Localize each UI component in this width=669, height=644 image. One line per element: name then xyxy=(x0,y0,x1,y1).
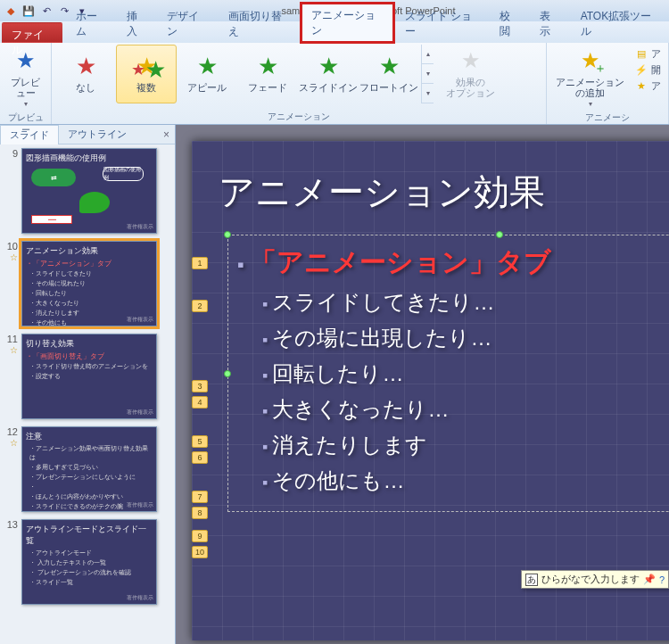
gallery-down-icon[interactable]: ▾ xyxy=(422,64,434,84)
trigger-button[interactable]: ⚡開 xyxy=(633,62,663,78)
effect-options-star-icon: ★ xyxy=(457,46,485,75)
workspace: スライド アウトライン × 9図形描画機能の使用例⇄図形描画の使用例━━━著作権… xyxy=(0,125,669,644)
star-icon: ★★★ xyxy=(136,54,157,78)
ribbon: ★ プレビュー ▾ プレビュー ★なし★★★複数★アピール★フェード★スライドイ… xyxy=(0,43,669,125)
group-advanced-anim: ★＋ アニメーション の追加 ▾ ▤ア ⚡開 ★ア アニメーシ xyxy=(547,43,669,124)
anim-painter-button[interactable]: ★ア xyxy=(633,78,663,94)
undo-icon[interactable]: ↶ xyxy=(39,4,54,18)
anim-tag[interactable]: 3 xyxy=(192,380,208,392)
tab-view[interactable]: 表示 xyxy=(530,4,570,43)
gallery-item-1[interactable]: ★★★複数 xyxy=(116,45,177,103)
tab-slideshow[interactable]: スライド ショー xyxy=(395,4,490,43)
ime-mode-badge: あ xyxy=(525,574,538,586)
tab-home[interactable]: ホーム xyxy=(66,4,117,43)
ime-pin-icon[interactable]: 📌 xyxy=(643,574,656,585)
gallery-item-3[interactable]: ★フェード xyxy=(237,45,298,103)
tab-atok[interactable]: ATOK拡張ツール xyxy=(571,4,669,43)
anim-pane-button[interactable]: ▤ア xyxy=(633,46,663,62)
tab-transitions[interactable]: 画面切り替え xyxy=(219,4,300,43)
save-icon[interactable]: 💾 xyxy=(21,4,36,18)
slide-thumbnail[interactable]: 図形描画機能の使用例⇄図形描画の使用例━━━著作権表示 xyxy=(21,148,157,234)
trigger-icon: ⚡ xyxy=(635,64,648,77)
bullet-l2[interactable]: 消えたりします xyxy=(262,431,669,459)
panel-close-icon[interactable]: × xyxy=(158,128,175,141)
add-anim-star-icon: ★＋ xyxy=(576,46,605,75)
star-icon: ★ xyxy=(318,54,339,78)
slide-thumbnail[interactable]: アウトラインモードとスライド一覧・アウトラインモード・ 入力したテキストの一覧・… xyxy=(21,519,157,605)
tab-design[interactable]: デザイン xyxy=(157,4,218,43)
thumb-row[interactable]: 10☆アニメーション効果・「アニメーション」タブ・スライドしてきたり・その場に現… xyxy=(2,241,173,326)
star-icon: ★ xyxy=(76,54,96,78)
bullet-l1[interactable]: 「アニメーション」タブ xyxy=(237,244,669,281)
gallery-scroll: ▴ ▾ ▾ xyxy=(421,45,434,103)
slide-thumbnail[interactable]: 注意・アニメーション効果や画面切り替え効果は・多用しすぎて見づらい・プレゼンテー… xyxy=(21,426,157,512)
thumb-row[interactable]: 13アウトラインモードとスライド一覧・アウトラインモード・ 入力したテキストの一… xyxy=(2,519,173,605)
slide-canvas[interactable]: アニメーション効果 1 2 3 4 5 6 7 8 9 10 「アニメーション」… xyxy=(192,141,669,640)
slide-thumbnail[interactable]: アニメーション効果・「アニメーション」タブ・スライドしてきたり・その場に現れたり… xyxy=(21,241,157,326)
dropdown-caret-icon: ▾ xyxy=(24,100,28,108)
anim-tag[interactable]: 6 xyxy=(192,451,208,464)
content-placeholder[interactable]: 「アニメーション」タブ スライドしてきたり… その場に出現したり… 回転したり…… xyxy=(227,235,669,512)
tab-animations[interactable]: アニメーション xyxy=(300,2,395,44)
star-icon: ★ xyxy=(258,54,278,78)
tab-review[interactable]: 校閲 xyxy=(490,4,530,43)
pane-icon: ▤ xyxy=(635,48,648,61)
thumb-row[interactable]: 12☆注意・アニメーション効果や画面切り替え効果は・多用しすぎて見づらい・プレゼ… xyxy=(2,426,173,512)
star-icon: ★ xyxy=(197,54,218,78)
gallery-more-icon[interactable]: ▾ xyxy=(422,84,434,103)
gallery-item-0[interactable]: ★なし xyxy=(55,45,116,103)
star-icon: ★ xyxy=(379,54,400,78)
anim-tag[interactable]: 5 xyxy=(192,435,208,448)
ime-text: ひらがなで入力します xyxy=(541,573,640,586)
tab-file[interactable]: ファイル xyxy=(2,22,62,43)
add-animation-button[interactable]: ★＋ アニメーション の追加 ▾ xyxy=(550,45,630,110)
bullet-l2[interactable]: その他にも… xyxy=(262,466,669,495)
app-icon[interactable]: ◆ xyxy=(4,4,18,18)
anim-tag[interactable]: 4 xyxy=(192,396,208,409)
group-preview: ★ プレビュー ▾ プレビュー xyxy=(0,43,52,124)
ribbon-tabs: ファイル ホーム 挿入 デザイン 画面切り替え アニメーション スライド ショー… xyxy=(0,21,669,43)
resize-handle[interactable] xyxy=(224,231,231,238)
painter-icon: ★ xyxy=(635,80,648,93)
anim-tag[interactable]: 9 xyxy=(192,530,208,542)
dropdown-caret-icon: ▾ xyxy=(589,100,592,108)
gallery-item-2[interactable]: ★アピール xyxy=(177,45,237,103)
gallery-up-icon[interactable]: ▴ xyxy=(422,45,434,64)
ime-help-icon[interactable]: ? xyxy=(659,574,665,585)
anim-tag[interactable]: 10 xyxy=(192,546,208,558)
thumb-row[interactable]: 11☆切り替え効果・「画面切り替え」タブ・スライド切り替え時のアニメーションを・… xyxy=(2,334,173,419)
tab-insert[interactable]: 挿入 xyxy=(117,4,157,43)
animation-gallery: ★なし★★★複数★アピール★フェード★スライドイン★フロートイン xyxy=(55,45,419,103)
thumb-row[interactable]: 9図形描画機能の使用例⇄図形描画の使用例━━━著作権表示 xyxy=(2,148,173,234)
ime-tooltip: あ ひらがなで入力します 📌 ? xyxy=(521,570,669,589)
slides-panel: スライド アウトライン × 9図形描画機能の使用例⇄図形描画の使用例━━━著作権… xyxy=(0,125,176,644)
gallery-item-4[interactable]: ★スライドイン xyxy=(298,45,359,103)
anim-tag[interactable]: 2 xyxy=(192,300,208,312)
slide-title-text[interactable]: アニメーション効果 xyxy=(219,168,669,217)
resize-handle[interactable] xyxy=(224,370,231,377)
gallery-item-5[interactable]: ★フロートイン xyxy=(359,45,419,103)
bullet-l2[interactable]: スライドしてきたり… xyxy=(262,288,669,317)
anim-tag[interactable]: 8 xyxy=(192,507,208,519)
anim-tag[interactable]: 1 xyxy=(192,257,208,269)
thumbnail-list[interactable]: 9図形描画機能の使用例⇄図形描画の使用例━━━著作権表示10☆アニメーション効果… xyxy=(0,144,175,644)
bullet-l2[interactable]: その場に出現したり… xyxy=(262,324,669,352)
slide-editor[interactable]: アニメーション効果 1 2 3 4 5 6 7 8 9 10 「アニメーション」… xyxy=(176,125,669,644)
resize-handle[interactable] xyxy=(496,231,503,238)
anim-tag[interactable]: 7 xyxy=(192,491,208,503)
effect-options-button: ★ 効果の オプション xyxy=(441,45,500,100)
bullet-l2[interactable]: 大きくなったり… xyxy=(262,395,669,424)
group-animation: ★なし★★★複数★アピール★フェード★スライドイン★フロートイン ▴ ▾ ▾ ★… xyxy=(52,43,547,124)
preview-button[interactable]: ★ プレビュー ▾ xyxy=(4,45,48,110)
slide-thumbnail[interactable]: 切り替え効果・「画面切り替え」タブ・スライド切り替え時のアニメーションを・設定す… xyxy=(21,334,157,419)
advanced-extra-col: ▤ア ⚡開 ★ア xyxy=(632,45,665,95)
bullet-l2[interactable]: 回転したり… xyxy=(262,359,669,388)
panel-tab-outline[interactable]: アウトライン xyxy=(59,125,136,144)
